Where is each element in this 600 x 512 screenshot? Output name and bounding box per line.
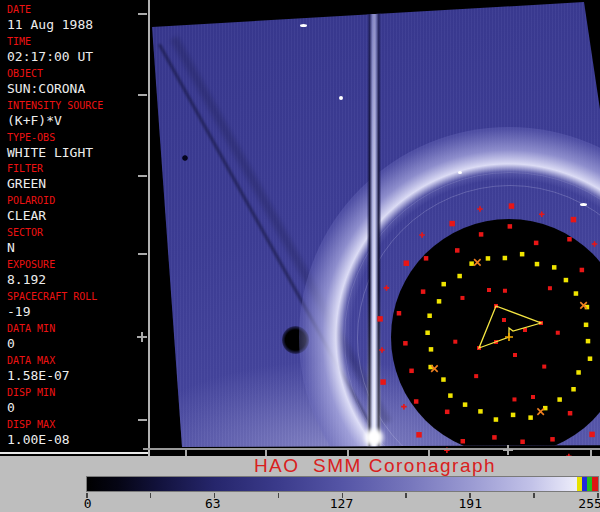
metadata-field: POLAROIDCLEAR <box>7 195 148 227</box>
metadata-label: INTENSITY SOURCE <box>7 100 148 111</box>
inner-red-ring-marker <box>548 286 552 290</box>
metadata-label: OBJECT <box>7 68 148 79</box>
metadata-field: TIME02:17:00 UT <box>7 36 148 68</box>
mid-red-ring-marker <box>445 410 450 415</box>
yellow-ring-marker <box>478 409 483 414</box>
inner-red-ring-marker <box>556 331 560 335</box>
metadata-value: 0 <box>7 336 148 351</box>
outer-limb-ring-marker <box>377 316 383 322</box>
yellow-ring-marker <box>457 274 462 279</box>
metadata-label: EXPOSURE <box>7 259 148 270</box>
metadata-value: 1.00E-08 <box>7 432 148 447</box>
outer-limb-ring-marker <box>384 285 390 291</box>
inner-red-ring-marker <box>512 397 516 401</box>
yellow-ring-marker <box>425 330 430 335</box>
metadata-label: DATA MAX <box>7 355 148 366</box>
red-dot-marker <box>531 395 535 399</box>
axis-tick <box>428 450 430 456</box>
outer-limb-ring-marker <box>571 217 577 223</box>
yellow-ring-marker <box>588 356 593 361</box>
frame-divider-line <box>148 0 150 450</box>
frame-bottom-line <box>143 448 600 450</box>
inner-red-ring-marker <box>453 340 457 344</box>
metadata-label: DISP MIN <box>7 387 148 398</box>
mid-red-ring-marker <box>424 256 429 261</box>
red-dot-marker <box>487 288 491 292</box>
metadata-label: TIME <box>7 36 148 47</box>
mid-red-ring-marker <box>479 232 484 237</box>
mid-red-ring-marker <box>397 311 402 316</box>
image-display-area <box>150 0 600 456</box>
mid-red-ring-marker <box>421 289 426 294</box>
axis-tick <box>138 175 147 177</box>
metadata-label: POLAROID <box>7 195 148 206</box>
sidebar-bottom-border <box>0 452 148 454</box>
metadata-field: SECTORN <box>7 227 148 259</box>
yellow-ring-marker <box>429 347 434 352</box>
colorbar-tick-label: 63 <box>205 497 221 510</box>
outer-limb-ring-marker <box>449 221 455 227</box>
yellow-ring-marker <box>535 262 540 267</box>
metadata-field: DATA MIN0 <box>7 323 148 355</box>
yellow-ring-marker <box>584 323 589 328</box>
outer-limb-ring-marker <box>539 211 545 217</box>
metadata-value: 8.192 <box>7 272 148 287</box>
inner-red-ring-marker <box>460 296 464 300</box>
metadata-value: WHITE LIGHT <box>7 145 148 160</box>
yellow-ring-marker <box>503 256 508 261</box>
colorbar-tick-label: 191 <box>458 497 481 510</box>
yellow-ring-marker <box>427 313 432 318</box>
metadata-field: DISP MIN0 <box>7 387 148 419</box>
yellow-ring-marker <box>494 417 499 422</box>
metadata-value: CLEAR <box>7 208 148 223</box>
feature-outline-polygon <box>479 306 541 348</box>
metadata-sidebar: DATE11 Aug 1988TIME02:17:00 UTOBJECTSUN:… <box>0 0 148 456</box>
sun-center-marker <box>505 333 513 341</box>
yellow-ring-marker <box>586 339 591 344</box>
mid-red-ring-marker <box>508 224 513 229</box>
colorbar-tick <box>533 493 535 498</box>
yellow-ring-marker <box>448 393 453 398</box>
mid-red-ring-marker <box>567 237 572 242</box>
metadata-field: DISP MAX1.00E-08 <box>7 419 148 451</box>
yellow-ring-marker <box>469 261 474 266</box>
axis-tick <box>138 94 147 96</box>
outer-limb-ring-marker <box>379 347 385 353</box>
metadata-value: 02:17:00 UT <box>7 49 148 64</box>
metadata-value: 0 <box>7 400 148 415</box>
outer-limb-ring-marker <box>477 206 483 212</box>
outer-limb-ring-marker <box>401 404 406 410</box>
yellow-ring-marker <box>576 370 581 375</box>
mid-red-ring-marker <box>455 248 460 253</box>
metadata-field: FILTERGREEN <box>7 163 148 195</box>
metadata-label: SECTOR <box>7 227 148 238</box>
metadata-value: -19 <box>7 304 148 319</box>
metadata-field: EXPOSURE8.192 <box>7 259 148 291</box>
plot-title: HAO SMM Coronagraph <box>150 457 600 475</box>
metadata-label: DATA MIN <box>7 323 148 334</box>
metadata-value: 11 Aug 1988 <box>7 17 148 32</box>
metadata-field: DATE11 Aug 1988 <box>7 4 148 36</box>
yellow-ring-marker <box>441 377 446 382</box>
mid-red-ring-marker <box>414 399 419 404</box>
colorbar <box>86 476 599 492</box>
metadata-label: FILTER <box>7 163 148 174</box>
metadata-label: SPACECRAFT ROLL <box>7 291 148 302</box>
inner-red-ring-marker <box>503 289 507 293</box>
metadata-field: OBJECTSUN:CORONA <box>7 68 148 100</box>
yellow-ring-marker <box>564 278 569 283</box>
axis-tick <box>138 419 147 421</box>
metadata-label: DISP MAX <box>7 419 148 430</box>
outer-limb-ring-marker <box>592 241 598 247</box>
colorbar-tick-label: 255 <box>578 497 600 510</box>
yellow-ring-marker <box>441 282 446 287</box>
outer-limb-ring-marker <box>404 260 410 266</box>
inner-red-ring-marker <box>474 374 478 378</box>
mid-red-ring-marker <box>520 440 525 445</box>
yellow-ring-marker <box>437 299 442 304</box>
metadata-field: DATA MAX1.58E-07 <box>7 355 148 387</box>
yellow-ring-marker <box>463 402 468 407</box>
outer-limb-ring-marker <box>509 203 515 209</box>
yellow-ring-marker <box>557 397 562 402</box>
metadata-value: N <box>7 240 148 255</box>
